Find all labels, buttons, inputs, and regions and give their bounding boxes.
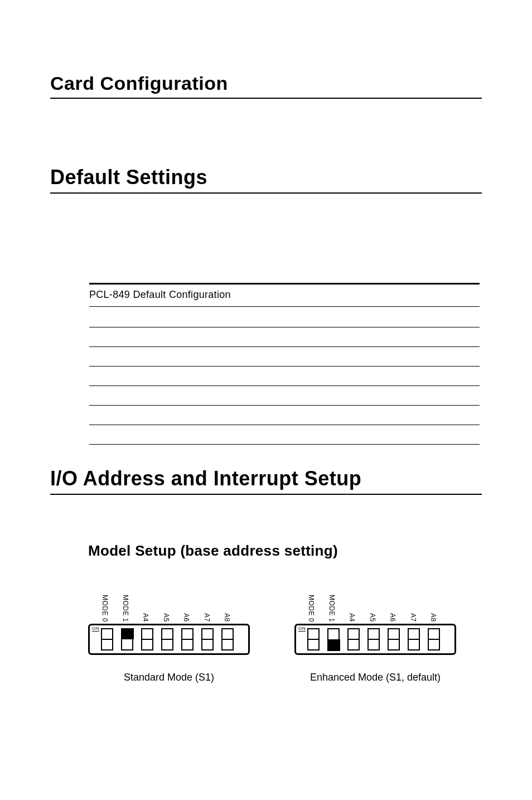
dip-slot-5 xyxy=(388,628,400,650)
rule xyxy=(89,366,480,385)
dip-box: ON xyxy=(88,624,250,655)
dip-label-a8: A8 xyxy=(429,615,438,624)
on-label: ON xyxy=(298,626,306,632)
dip-label-a6: A6 xyxy=(182,615,191,624)
dip-slot-7 xyxy=(428,628,440,650)
dip-label-mode1: MODE 1 xyxy=(121,596,130,624)
dip-slot-6 xyxy=(408,628,420,650)
rule xyxy=(89,346,480,366)
dip-slot-3 xyxy=(141,628,153,650)
section-io-address: I/O Address and Interrupt Setup xyxy=(50,467,482,495)
dip-label-a4: A4 xyxy=(141,615,150,624)
dip-caption-enhanced: Enhanced Mode (S1, default) xyxy=(310,672,441,683)
dip-label-a4: A4 xyxy=(347,615,356,624)
rule xyxy=(89,385,480,405)
dip-slot-4 xyxy=(367,628,380,650)
dip-slot-7 xyxy=(221,628,234,650)
dip-slot-2 xyxy=(327,628,340,650)
dip-labels: MODE 0 MODE 1 A4 A5 A6 A7 A8 xyxy=(294,590,456,624)
dip-caption-standard: Standard Mode (S1) xyxy=(124,672,214,683)
on-label: ON xyxy=(92,626,99,632)
dip-slot-5 xyxy=(181,628,194,650)
table-title: PCL-849 Default Configuration xyxy=(89,289,231,300)
dip-label-mode0: MODE 0 xyxy=(307,596,316,624)
rule xyxy=(89,425,480,444)
dip-enhanced: MODE 0 MODE 1 A4 A5 A6 A7 A8 ON xyxy=(294,590,456,683)
dip-switch-row: MODE 0 MODE 1 A4 A5 A6 A7 A8 ON xyxy=(88,590,482,683)
table-title-row: PCL-849 Default Configuration xyxy=(89,283,480,307)
dip-slot-1 xyxy=(307,628,320,650)
subsection-model-setup: Model Setup (base address setting) xyxy=(88,542,482,560)
dip-switch: MODE 0 MODE 1 A4 A5 A6 A7 A8 ON xyxy=(88,590,250,655)
dip-label-a5: A5 xyxy=(368,615,377,624)
section-default-settings: Default Settings xyxy=(50,166,482,194)
dip-slot-1 xyxy=(101,628,113,650)
dip-label-a7: A7 xyxy=(409,615,418,624)
rule xyxy=(89,405,480,425)
dip-switch: MODE 0 MODE 1 A4 A5 A6 A7 A8 ON xyxy=(294,590,456,655)
dip-label-mode1: MODE 1 xyxy=(327,596,336,624)
chapter-title: Card Configuration xyxy=(50,73,482,99)
dip-label-a6: A6 xyxy=(388,615,397,624)
dip-label-a5: A5 xyxy=(162,615,171,624)
rule xyxy=(89,444,480,445)
config-table: PCL-849 Default Configuration xyxy=(89,283,480,445)
dip-standard: MODE 0 MODE 1 A4 A5 A6 A7 A8 ON xyxy=(88,590,250,683)
dip-label-mode0: MODE 0 xyxy=(100,596,109,624)
dip-slot-6 xyxy=(201,628,214,650)
table-rules xyxy=(89,327,480,445)
dip-labels: MODE 0 MODE 1 A4 A5 A6 A7 A8 xyxy=(88,590,250,624)
dip-slot-3 xyxy=(347,628,360,650)
dip-box: ON xyxy=(294,624,456,655)
dip-slot-2 xyxy=(121,628,133,650)
dip-label-a8: A8 xyxy=(223,615,231,624)
dip-slot-4 xyxy=(161,628,173,650)
dip-label-a7: A7 xyxy=(202,615,211,624)
rule xyxy=(89,327,480,346)
page: Card Configuration Default Settings PCL-… xyxy=(0,0,532,800)
